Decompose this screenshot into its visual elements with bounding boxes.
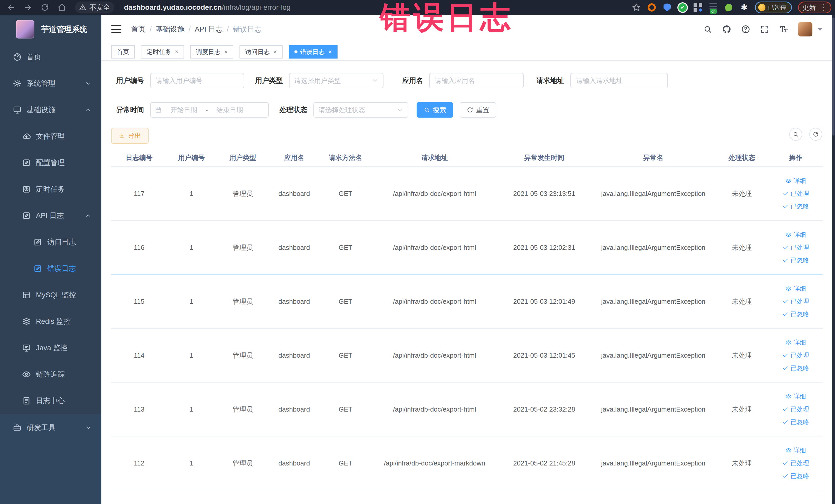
toggle-search-button[interactable] [789, 128, 802, 141]
close-icon[interactable]: × [273, 49, 277, 55]
sidebar-item-java[interactable]: Java 监控 [0, 335, 101, 361]
chevron-down-icon[interactable] [817, 28, 823, 31]
extension-grid-icon[interactable] [693, 3, 702, 12]
refresh-table-button[interactable] [809, 128, 822, 141]
cell-id: 113 [111, 383, 167, 436]
sidebar-item-redis[interactable]: Redis 监控 [0, 308, 101, 335]
close-icon[interactable]: × [328, 49, 332, 55]
action-detail-link[interactable]: 详细 [786, 284, 806, 293]
cell-user_type: 管理员 [216, 329, 270, 382]
extension-orange-ring-icon[interactable] [647, 3, 656, 12]
action-label: 已忽略 [791, 472, 809, 480]
scrollbar-thumb[interactable] [832, 18, 834, 136]
sidebar-item-log-center[interactable]: 日志中心 [0, 387, 101, 414]
action-processed-link[interactable]: 已处理 [782, 351, 809, 360]
bookmark-star-icon[interactable] [632, 3, 641, 12]
forward-icon[interactable] [24, 3, 32, 12]
sidebar-item-trace[interactable]: 链路追踪 [0, 361, 101, 387]
tab-error-log[interactable]: 错误日志× [289, 45, 338, 59]
user-id-input[interactable] [150, 73, 244, 88]
action-processed-link[interactable]: 已处理 [782, 405, 809, 414]
sidebar-menu: 首页系统管理基础设施文件管理配置管理定时任务API 日志访问日志错误日志MySQ… [0, 44, 101, 414]
tab-job-log[interactable]: 调度日志× [190, 45, 233, 59]
tab-access-log[interactable]: 访问日志× [240, 45, 283, 59]
tab-job[interactable]: 定时任务× [141, 45, 184, 59]
extension-white-star-icon[interactable]: ✱ [739, 3, 749, 12]
sidebar-item-job[interactable]: 定时任务 [0, 176, 101, 202]
search-icon[interactable] [703, 25, 712, 34]
sidebar-item-infra[interactable]: 基础设施 [0, 97, 101, 123]
reload-icon[interactable] [41, 3, 49, 12]
action-detail-link[interactable]: 详细 [786, 392, 806, 401]
action-ignored-link[interactable]: 已忽略 [782, 472, 809, 480]
action-processed-link[interactable]: 已处理 [782, 297, 809, 305]
action-ignored-link[interactable]: 已忽略 [782, 418, 809, 426]
sidebar-item-access-log[interactable]: 访问日志 [0, 229, 101, 255]
action-ignored-link[interactable]: 已忽略 [782, 310, 809, 318]
process-status-select[interactable]: 请选择处理状态 [313, 102, 408, 118]
action-detail-link[interactable]: 详细 [786, 338, 806, 347]
home-icon[interactable] [58, 3, 66, 12]
eye-icon [22, 370, 31, 379]
action-detail-link[interactable]: 详细 [786, 177, 806, 185]
profile-paused-chip[interactable]: 已暂停 [755, 2, 792, 13]
start-date-input[interactable] [165, 106, 203, 114]
security-chip[interactable]: 不安全 [75, 2, 114, 13]
cell-url: /api/infra/db-doc/export-html [372, 383, 497, 436]
sidebar-item-system[interactable]: 系统管理 [0, 70, 101, 97]
hamburger-icon[interactable] [111, 25, 121, 33]
user-type-select[interactable]: 请选择用户类型 [289, 73, 384, 88]
search-button[interactable]: 搜索 [416, 102, 453, 118]
close-icon[interactable]: × [224, 49, 228, 55]
request-url-input[interactable] [570, 73, 668, 88]
browser-menu-icon[interactable]: ⋮ [819, 4, 827, 11]
breadcrumb-item[interactable]: 基础设施 [156, 24, 185, 34]
sidebar-item-home[interactable]: 首页 [0, 44, 101, 70]
cell-app: dashboard [270, 329, 319, 382]
address-bar[interactable]: 不安全 dashboard.yudao.iocoder.cn /infra/lo… [75, 2, 290, 13]
export-button[interactable]: 导出 [111, 128, 149, 144]
action-ignored-link[interactable]: 已忽略 [782, 256, 809, 264]
app-name-input[interactable] [429, 73, 524, 88]
sidebar-item-mysql[interactable]: MySQL 监控 [0, 282, 101, 308]
avatar[interactable] [798, 22, 812, 37]
action-ignored-link[interactable]: 已忽略 [782, 364, 809, 372]
fontsize-icon[interactable] [779, 25, 788, 34]
browser-update-chip[interactable]: 更新 ⋮ [798, 2, 831, 13]
sidebar-item-label: 定时任务 [36, 184, 65, 194]
breadcrumb-item[interactable]: API 日志 [195, 24, 223, 34]
page-scrollbar[interactable] [832, 15, 835, 504]
sidebar-item-dev-tools[interactable]: 研发工具 [0, 415, 101, 441]
sidebar-item-error-log[interactable]: 错误日志 [0, 255, 101, 282]
action-processed-link[interactable]: 已处理 [782, 459, 809, 467]
tab-label: 调度日志 [196, 48, 221, 56]
sidebar-item-file[interactable]: 文件管理 [0, 123, 101, 149]
action-detail-link[interactable]: 详细 [786, 230, 806, 239]
action-ignored-link[interactable]: 已忽略 [782, 202, 809, 210]
github-icon[interactable] [722, 25, 731, 34]
fullscreen-icon[interactable] [760, 25, 769, 34]
extension-green-circle-icon[interactable]: ✔ [678, 3, 687, 12]
end-date-input[interactable] [210, 106, 249, 114]
check-icon [782, 473, 789, 479]
question-icon[interactable] [741, 25, 750, 34]
action-processed-link[interactable]: 已处理 [782, 189, 809, 198]
sidebar-item-config[interactable]: 配置管理 [0, 149, 101, 176]
app-logo-block[interactable]: 芋道管理系统 [0, 15, 101, 44]
timer-icon [22, 185, 31, 194]
back-icon[interactable] [7, 3, 15, 12]
action-processed-link[interactable]: 已处理 [782, 243, 809, 251]
sidebar-item-api-log[interactable]: API 日志 [0, 202, 101, 229]
security-label: 不安全 [89, 3, 110, 12]
reset-button[interactable]: 重置 [460, 102, 496, 118]
extension-blue-shield-icon[interactable] [663, 3, 672, 12]
refresh-icon [467, 106, 473, 113]
close-icon[interactable]: × [175, 49, 178, 55]
extension-lines-icon[interactable]: on [709, 3, 718, 12]
tab-home[interactable]: 首页 [111, 45, 135, 59]
table-header-cell: 应用名 [270, 149, 319, 166]
breadcrumb-item[interactable]: 首页 [131, 24, 145, 34]
exception-time-range-picker[interactable]: - [150, 102, 269, 118]
extension-green-sprout-icon[interactable] [724, 3, 733, 12]
action-detail-link[interactable]: 详细 [786, 446, 806, 455]
